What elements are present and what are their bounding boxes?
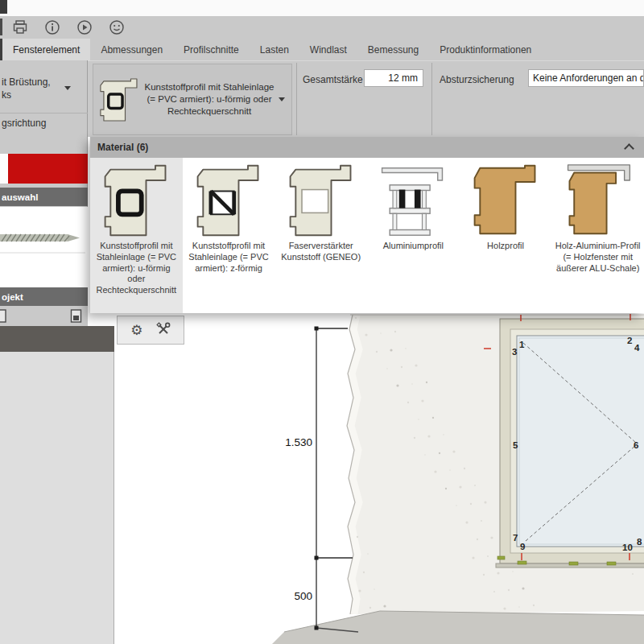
tab-bemessung[interactable]: Bemessung: [357, 39, 429, 60]
project-header: ojekt: [0, 287, 88, 306]
view-tools-toolbar: ⚙: [117, 316, 184, 345]
tab-windlast[interactable]: Windlast: [299, 39, 357, 60]
crossed-tools-icon: [156, 322, 171, 336]
material-option-label: Holzprofil: [485, 239, 526, 252]
profile-pvc-u-icon: [99, 162, 173, 239]
chevron-up-icon: [624, 143, 634, 154]
ribbon-tabs: Fensterelement Abmessungen Profilschnitt…: [0, 39, 644, 60]
chevron-down-icon: [64, 86, 71, 90]
direction-swatch-secondary[interactable]: [0, 154, 8, 184]
point-label-9: 9: [520, 542, 525, 551]
app-icon: [0, 0, 7, 14]
window-glass: [517, 336, 644, 547]
screw-panel[interactable]: [0, 207, 88, 287]
info-button[interactable]: [43, 19, 61, 36]
left-sidebar: it Brüstung, ks gsrichtung auswahl: [0, 60, 88, 326]
gear-icon: ⚙: [130, 323, 142, 338]
material-dropdown-panel: Material (6) Kunststoffprofil mit Stahle…: [90, 137, 644, 313]
profile-aluminium-icon: [376, 162, 450, 239]
profile-material-dropdown[interactable]: Kunststoffprofil mit Stahleinlage (= PVC…: [93, 64, 292, 135]
feedback-button[interactable]: [108, 19, 126, 36]
clipped-icon: [0, 19, 2, 35]
save-report-icon[interactable]: [70, 309, 83, 324]
tab-profilschnitte[interactable]: Profilschnitte: [173, 39, 250, 60]
material-option-label: Aluminiumprofil: [381, 239, 446, 252]
screw-selection-header: auswahl: [0, 188, 88, 206]
profile-pvc-z-icon: [192, 162, 266, 239]
tab-abmessungen[interactable]: Abmessungen: [90, 39, 173, 60]
project-icon-row: [0, 306, 88, 326]
screw-icon: [0, 215, 85, 263]
point-label-6: 6: [634, 440, 638, 450]
material-option-label: Kunststoffprofil mit Stahleinlage (= PVC…: [183, 239, 275, 274]
print-button[interactable]: [11, 19, 29, 36]
point-label-7: 7: [513, 533, 518, 543]
quick-toolbar: [0, 16, 644, 39]
gesamtstaerke-label: Gesamtstärke: [303, 74, 363, 85]
profile-wood-alu-icon: [561, 162, 635, 239]
play-icon: [76, 19, 93, 35]
window-type-dropdown-line2[interactable]: ks: [2, 89, 11, 101]
sidebar-divider: [0, 113, 88, 114]
absturzsicherung-label: Absturzsicherung: [440, 74, 514, 85]
material-options-list: Kunststoffprofil mit Stahleinlage (= PVC…: [90, 158, 644, 313]
window-element[interactable]: 1 2 3 4 5 6 7 8 9 10: [484, 314, 644, 568]
material-option-wood-alu[interactable]: Holz-Aluminium-Profil (= Holzfenster mit…: [551, 158, 644, 313]
gesamtstaerke-input[interactable]: 12 mm: [364, 69, 423, 87]
profile-selected-label: Kunststoffprofil mit Stahleinlage (= PVC…: [140, 81, 279, 118]
smiley-icon: [109, 19, 125, 35]
document-icon[interactable]: [0, 309, 7, 324]
ribbon-divider-2: [431, 63, 432, 135]
tab-fensterelement[interactable]: Fensterelement: [0, 39, 90, 60]
sidebar-footer-band: [0, 326, 114, 352]
viewport-3d[interactable]: 1 2 3 4 5 6 7 8 9 10: [114, 313, 644, 644]
app-window: Fensterelement Abmessungen Profilschnitt…: [0, 0, 644, 644]
material-option-label: Kunststoffprofil mit Stahleinlage (= PVC…: [90, 239, 183, 296]
material-option-pvc-u[interactable]: Kunststoffprofil mit Stahleinlage (= PVC…: [90, 158, 183, 313]
profile-pvc-u-icon: [98, 68, 140, 131]
play-button[interactable]: [76, 19, 93, 36]
point-label-5: 5: [513, 440, 518, 450]
info-icon: [44, 19, 60, 35]
chevron-down-icon: [279, 97, 285, 101]
floor: [272, 611, 644, 644]
window-type-dropdown-line1[interactable]: it Brüstung,: [2, 76, 51, 88]
direction-swatch-red[interactable]: [8, 154, 88, 184]
tab-produktinformationen[interactable]: Produktinformationen: [429, 39, 542, 60]
material-option-label: Faserverstärkter Kunststoff (GENEO): [275, 239, 367, 263]
tab-lasten[interactable]: Lasten: [250, 39, 299, 60]
point-label-4: 4: [634, 343, 640, 353]
profile-geneo-icon: [284, 162, 358, 239]
point-label-2: 2: [627, 336, 632, 345]
ribbon-divider: [296, 63, 297, 135]
material-panel-title: Material (6): [97, 142, 148, 153]
point-label-8: 8: [637, 537, 642, 547]
material-panel-header[interactable]: Material (6): [90, 137, 644, 158]
point-label-1: 1: [519, 340, 525, 349]
point-label-3: 3: [512, 347, 517, 357]
title-bar: [0, 0, 644, 16]
opening-direction-label: gsrichtung: [2, 118, 46, 129]
material-option-geneo[interactable]: Faserverstärkter Kunststoff (GENEO): [275, 158, 367, 313]
material-option-label: Holz-Aluminium-Profil (= Holzfenster mit…: [551, 239, 644, 274]
settings-button[interactable]: ⚙: [130, 324, 142, 337]
profile-wood-icon: [469, 162, 543, 239]
sidebar-lower-panel: [0, 352, 114, 644]
tools-button[interactable]: [156, 322, 171, 339]
dimension-label-lower: 500: [294, 590, 312, 602]
absturzsicherung-select[interactable]: Keine Anforderungen an die Abs: [528, 69, 644, 87]
point-label-10: 10: [622, 543, 633, 552]
material-option-pvc-z[interactable]: Kunststoffprofil mit Stahleinlage (= PVC…: [183, 158, 275, 313]
dimension-label-upper: 1.530: [285, 436, 312, 448]
material-option-wood[interactable]: Holzprofil: [460, 158, 552, 313]
printer-icon: [12, 19, 28, 35]
dimension-lines: [316, 328, 353, 628]
material-option-aluminium[interactable]: Aluminiumprofil: [367, 158, 460, 313]
